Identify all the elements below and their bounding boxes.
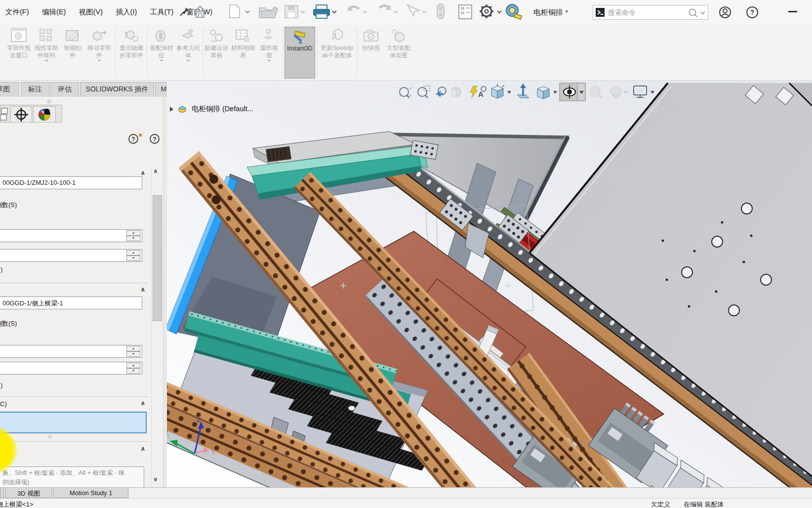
- svg-text:✱: ✱: [138, 132, 142, 138]
- view-settings-icon[interactable]: [634, 86, 654, 97]
- spinner-field-3[interactable]: ▲▼: [0, 345, 142, 358]
- pm-tab-partial[interactable]: [0, 107, 8, 121]
- previous-view-icon[interactable]: [436, 87, 446, 96]
- select-icon[interactable]: [407, 5, 426, 16]
- home-icon[interactable]: [194, 6, 206, 17]
- ribbon-take-snapshot[interactable]: 拍快照: [359, 27, 383, 79]
- spinner-field-4[interactable]: ▲▼: [0, 362, 142, 375]
- account-icon[interactable]: [719, 6, 731, 19]
- panel-splitter[interactable]: [163, 97, 167, 487]
- menu-file[interactable]: 文件(F): [0, 0, 35, 17]
- panel-splitter-dot[interactable]: [47, 100, 51, 103]
- graphics-viewport[interactable]: Z Y X 电柜铜排 (Default... A: [167, 81, 812, 487]
- spinner-buttons[interactable]: ▲▼: [126, 250, 140, 261]
- open-icon[interactable]: [259, 7, 278, 18]
- save-icon[interactable]: [285, 5, 305, 18]
- svg-text:Y: Y: [167, 432, 170, 439]
- status-selection: 侧上横梁<1>: [0, 500, 33, 508]
- spinner-field-1[interactable]: ▲▼: [0, 229, 142, 242]
- group2-collapse[interactable]: ∧: [140, 286, 146, 293]
- undo-icon[interactable]: [348, 6, 367, 13]
- ribbon-instant3d[interactable]: Instant3D: [284, 27, 315, 79]
- tab-solidworks-addins[interactable]: SOLIDWORKS 插件: [80, 82, 154, 97]
- zoom-area-icon[interactable]: [418, 86, 430, 98]
- new-document-icon[interactable]: [230, 5, 249, 18]
- edit-appearance-icon[interactable]: [590, 86, 602, 98]
- section3-label: C): [0, 400, 7, 408]
- tab-evaluate[interactable]: 评估: [50, 82, 79, 97]
- component-name-field-1[interactable]: 00GGD-1/ZMJ2-10-100-1: [0, 176, 142, 189]
- properties-icon[interactable]: [459, 5, 472, 19]
- tab-3d-view[interactable]: 3D 视图: [5, 488, 52, 498]
- tab-annotation[interactable]: 标注: [21, 82, 49, 97]
- help-icon[interactable]: ?: [746, 6, 759, 19]
- options-gear-icon[interactable]: [480, 4, 501, 18]
- 3d-model-canvas[interactable]: Z Y X: [167, 81, 812, 487]
- scroll-up-arrow[interactable]: ∧: [153, 168, 158, 174]
- tab-sliver[interactable]: [0, 488, 4, 498]
- resize-dot[interactable]: [48, 435, 52, 438]
- ribbon-large-assembly[interactable]: 大型装配体设置: [385, 27, 412, 79]
- magnet-icon[interactable]: [437, 4, 444, 19]
- redo-icon[interactable]: [379, 5, 398, 13]
- ribbon-component-preview[interactable]: 零部件预览窗口: [6, 27, 32, 79]
- menu-tools[interactable]: 工具(T): [145, 0, 179, 17]
- menu-insert[interactable]: 插入(I): [111, 0, 143, 17]
- ribbon-smart-fasteners[interactable]: 智能扣件: [61, 27, 84, 79]
- search-box[interactable]: 搜索命令: [593, 5, 708, 20]
- pin-icon[interactable]: [179, 6, 191, 18]
- tab-sketch[interactable]: 草图: [0, 82, 19, 97]
- ribbon-linear-pattern[interactable]: 线性零部件阵列: [34, 27, 59, 79]
- svg-text:!: !: [334, 32, 336, 39]
- display-style-icon[interactable]: [537, 86, 557, 99]
- feature-tree-root[interactable]: 电柜铜排 (Default...: [170, 104, 253, 114]
- tab-motion-study[interactable]: Motion Study 1: [53, 488, 128, 498]
- pm-help-icon[interactable]: ?: [150, 134, 159, 143]
- ribbon-move-component[interactable]: 移动零部件: [86, 27, 113, 79]
- ribbon-show-hidden[interactable]: 显示隐藏的零部件: [118, 27, 145, 79]
- property-manager-panel: ?✱ ? ∧ 00GGD-1/ZMJ2-10-100-1 例数(S) ▲▼ ▲▼…: [0, 97, 167, 487]
- view-orientation-icon[interactable]: [491, 84, 511, 98]
- spinner-buttons[interactable]: ▲▼: [126, 346, 140, 357]
- paren-label-1: ): [0, 266, 2, 273]
- zoom-fit-icon[interactable]: [400, 87, 411, 98]
- pm-tab-strip: [0, 105, 62, 123]
- panel-scrollbar[interactable]: ∧ ∨: [151, 166, 163, 487]
- menu-edit[interactable]: 编辑(E): [37, 0, 71, 17]
- selection-listbox[interactable]: [0, 412, 147, 433]
- pm-tab-appearance[interactable]: [33, 106, 56, 123]
- menu-view[interactable]: 视图(V): [74, 0, 108, 17]
- section-view-icon[interactable]: [452, 87, 461, 97]
- component-name-field-2[interactable]: 00GGD-1/侧上横梁-1: [0, 296, 142, 309]
- minimize-button[interactable]: [788, 11, 797, 12]
- group3-collapse[interactable]: ∧: [140, 399, 146, 407]
- assembly-icon: [177, 105, 187, 113]
- pm-tab-properties[interactable]: [10, 106, 32, 123]
- group1-collapse[interactable]: ∧: [140, 169, 146, 176]
- ribbon-assembly-features[interactable]: 装配体特征: [149, 27, 174, 79]
- scroll-down-arrow[interactable]: ∨: [153, 476, 158, 483]
- measure-icon[interactable]: [506, 4, 522, 19]
- spinner-buttons[interactable]: ▲▼: [126, 363, 140, 374]
- application-window: 文件(F) 编辑(E) 视图(V) 插入(I) 工具(T) 窗口(W) 电柜铜排…: [0, 0, 812, 508]
- whats-new-icon[interactable]: ?✱: [129, 132, 142, 143]
- status-state: 欠定义: [651, 500, 670, 508]
- ribbon-reference-geometry[interactable]: 参考几何体: [176, 27, 201, 79]
- hide-show-items-button[interactable]: [560, 83, 585, 101]
- apply-scene-icon[interactable]: [611, 86, 628, 98]
- svg-text:X: X: [211, 449, 216, 456]
- spinner-buttons[interactable]: ▲▼: [126, 230, 140, 241]
- ribbon-new-motion-study[interactable]: 新建运动算例: [204, 27, 228, 79]
- ribbon-update-speedpak[interactable]: ! 更新Speedpak子装配体: [319, 27, 355, 79]
- tree-expand-arrow[interactable]: [170, 107, 173, 112]
- search-icon[interactable]: [688, 8, 707, 18]
- ribbon-exploded-view[interactable]: 爆炸视图: [258, 27, 281, 79]
- group4-collapse[interactable]: ∧: [140, 445, 146, 452]
- print-icon[interactable]: [314, 5, 336, 18]
- menu-bar: 文件(F) 编辑(E) 视图(V) 插入(I) 工具(T) 窗口(W) 电柜铜排…: [0, 0, 812, 25]
- ribbon-bom[interactable]: 材料明细表: [230, 27, 256, 79]
- scrollbar-thumb[interactable]: [153, 195, 162, 321]
- quick-annotation-icon[interactable]: A: [470, 86, 486, 98]
- normal-to-icon[interactable]: [517, 84, 529, 98]
- spinner-field-2[interactable]: ▲▼: [0, 249, 142, 262]
